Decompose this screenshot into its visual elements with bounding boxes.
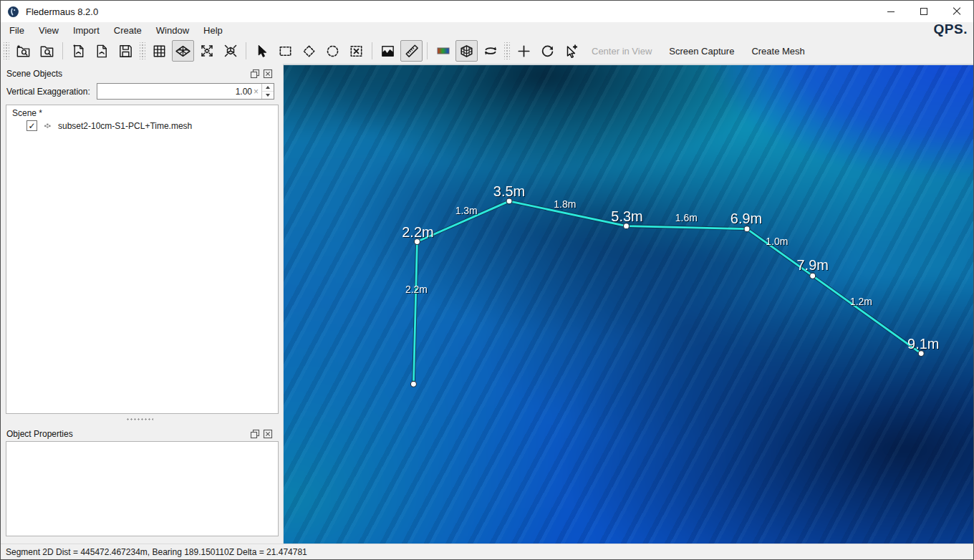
vertical-exaggeration-suffix: × bbox=[254, 87, 261, 97]
panel-splitter[interactable] bbox=[1, 414, 279, 424]
segment-label: 1.8m bbox=[554, 198, 576, 210]
properties-panel-close-panel-button[interactable] bbox=[262, 428, 273, 439]
menu-help[interactable]: Help bbox=[196, 24, 230, 37]
new-scene-button[interactable] bbox=[67, 40, 90, 62]
menu-file[interactable]: File bbox=[2, 24, 32, 37]
measurement-vertex[interactable] bbox=[810, 273, 816, 279]
measurement-vertex[interactable] bbox=[624, 223, 630, 229]
depth-label: 3.5m bbox=[493, 183, 525, 199]
select-polygon-icon bbox=[301, 43, 317, 59]
chevron-down-icon bbox=[266, 94, 270, 97]
maximize-button[interactable] bbox=[907, 1, 940, 22]
grid-view-icon bbox=[151, 43, 168, 59]
title-bar: Fledermaus 8.2.0 bbox=[1, 1, 973, 22]
create-mesh-button[interactable]: Create Mesh bbox=[743, 46, 813, 57]
menu-view[interactable]: View bbox=[32, 24, 66, 37]
screen-capture-button[interactable]: Screen Capture bbox=[660, 46, 743, 57]
scene-root-label: Scene * bbox=[12, 108, 272, 118]
chevron-up-icon bbox=[266, 86, 270, 89]
depth-label: 2.2m bbox=[402, 224, 433, 240]
window-title: Fledermaus 8.2.0 bbox=[26, 6, 98, 17]
refresh-icon bbox=[539, 43, 556, 59]
qps-logo: QPS. bbox=[934, 21, 968, 37]
pick-add-icon bbox=[563, 42, 580, 59]
clear-selection-icon bbox=[348, 43, 365, 59]
scene-objects-title: Scene Objects bbox=[6, 69, 62, 79]
mesh-object-icon bbox=[42, 120, 53, 131]
colormap-button[interactable] bbox=[432, 40, 454, 62]
grid-cube-button[interactable] bbox=[455, 40, 478, 62]
clear-selection-button[interactable] bbox=[345, 40, 367, 62]
profile-button[interactable] bbox=[377, 40, 399, 62]
refresh-button[interactable] bbox=[536, 40, 559, 62]
reset-view-button[interactable] bbox=[219, 40, 241, 62]
open-file-icon bbox=[94, 43, 110, 59]
segment-label: 2.2m bbox=[405, 284, 428, 295]
open-project-button[interactable] bbox=[36, 40, 58, 62]
add-button[interactable] bbox=[513, 40, 535, 62]
scene-tree-item-mesh[interactable]: ✓ subset2-10cm-S1-PCL+Time.mesh bbox=[26, 120, 272, 131]
rotate-view-button[interactable] bbox=[479, 40, 501, 62]
menu-bar: File View Import Create Window Help QPS. bbox=[1, 22, 973, 38]
measurement-vertex[interactable] bbox=[414, 239, 420, 245]
new-project-icon bbox=[15, 43, 32, 59]
zoom-extents-icon bbox=[198, 42, 216, 59]
toolbar-drag-handle[interactable] bbox=[140, 42, 145, 59]
mesh-view-button[interactable] bbox=[172, 40, 194, 62]
menu-create[interactable]: Create bbox=[107, 24, 149, 37]
scene-panel-float-panel-button[interactable] bbox=[249, 68, 260, 79]
grid-view-button[interactable] bbox=[148, 40, 170, 62]
toolbar-drag-handle[interactable] bbox=[504, 42, 510, 59]
spin-down-button[interactable] bbox=[262, 91, 274, 99]
measurement-overlay: 2.2m3.5m5.3m6.9m7.9m9.1m2.2m1.3m1.8m1.6m… bbox=[284, 65, 973, 544]
new-scene-icon bbox=[70, 43, 87, 59]
vertical-exaggeration-row: Vertical Exaggeration: 1.00 × bbox=[1, 81, 279, 105]
mesh-view-icon bbox=[174, 42, 192, 60]
scene-objects-panel: Scene Objects Vertical Exaggeration: 1.0… bbox=[1, 64, 283, 544]
save-button[interactable] bbox=[115, 40, 137, 62]
toolbar-drag-handle[interactable] bbox=[4, 42, 9, 59]
scene-3d-viewport[interactable]: 2.2m3.5m5.3m6.9m7.9m9.1m2.2m1.3m1.8m1.6m… bbox=[283, 64, 973, 544]
select-rect-button[interactable] bbox=[274, 40, 296, 62]
float-panel-icon bbox=[250, 69, 260, 79]
fledermaus-app-icon bbox=[7, 6, 19, 18]
pick-add-button[interactable] bbox=[560, 40, 582, 62]
depth-label: 6.9m bbox=[730, 211, 762, 226]
select-cursor-button[interactable] bbox=[251, 40, 273, 62]
measurement-vertex[interactable] bbox=[744, 226, 750, 232]
save-icon bbox=[117, 43, 134, 59]
measurement-vertex[interactable] bbox=[410, 381, 416, 387]
select-lasso-button[interactable] bbox=[322, 40, 344, 62]
minimize-button[interactable] bbox=[874, 1, 907, 22]
float-panel-icon bbox=[250, 429, 260, 439]
measurement-vertex[interactable] bbox=[506, 198, 512, 204]
properties-panel-float-panel-button[interactable] bbox=[249, 428, 260, 439]
visibility-checkbox[interactable]: ✓ bbox=[26, 120, 37, 131]
colormap-icon bbox=[435, 42, 452, 59]
zoom-extents-button[interactable] bbox=[196, 40, 218, 62]
segment-label: 1.6m bbox=[675, 212, 698, 223]
app-window: Fledermaus 8.2.0 File View Import Create… bbox=[0, 0, 974, 560]
toolbar: Center in ViewScreen CaptureCreate Mesh bbox=[1, 38, 973, 64]
close-button[interactable] bbox=[940, 1, 973, 22]
center-in-view-button[interactable]: Center in View bbox=[583, 46, 660, 57]
profile-icon bbox=[380, 43, 396, 59]
main-content: Scene Objects Vertical Exaggeration: 1.0… bbox=[1, 64, 973, 544]
open-file-button[interactable] bbox=[91, 40, 113, 62]
new-project-button[interactable] bbox=[12, 40, 34, 62]
scene-panel-close-panel-button[interactable] bbox=[262, 68, 273, 79]
reset-view-icon bbox=[222, 42, 239, 59]
select-polygon-button[interactable] bbox=[298, 40, 320, 62]
measurement-vertex[interactable] bbox=[918, 351, 924, 357]
menu-window[interactable]: Window bbox=[149, 24, 196, 37]
vertical-exaggeration-input[interactable]: 1.00 × bbox=[97, 83, 274, 100]
toolbar-separator bbox=[62, 42, 63, 59]
maximize-icon bbox=[920, 8, 927, 15]
toolbar-separator bbox=[372, 42, 372, 59]
scene-tree: Scene * ✓ subset2-10cm-S1-PCL+Time.mesh bbox=[6, 105, 279, 414]
close-icon bbox=[953, 7, 961, 16]
menu-import[interactable]: Import bbox=[66, 24, 107, 37]
spin-up-button[interactable] bbox=[262, 84, 274, 91]
close-panel-icon bbox=[263, 69, 273, 79]
measure-ruler-button[interactable] bbox=[400, 40, 423, 62]
